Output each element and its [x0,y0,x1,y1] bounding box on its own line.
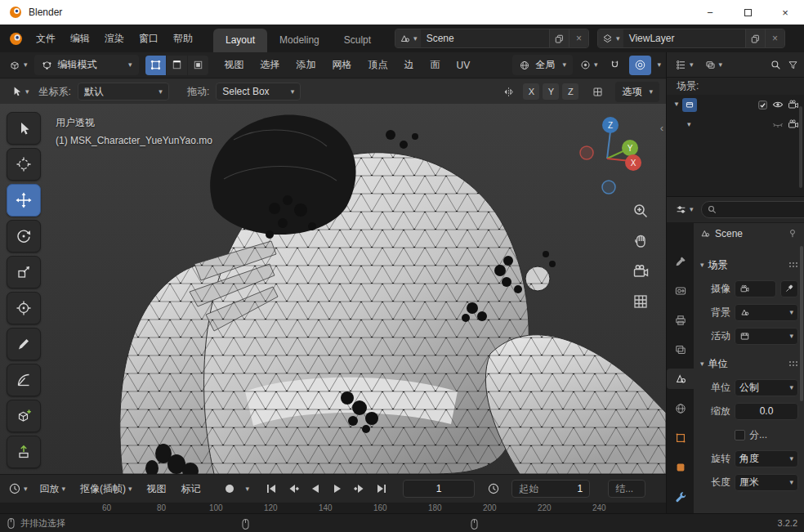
properties-search-input[interactable] [721,205,804,215]
options-dropdown[interactable]: 选项 ▾ [615,82,659,102]
tab-layout[interactable]: Layout [213,29,267,52]
playback-menu[interactable]: 回放 ▾ [34,478,72,500]
active-tool-dropdown[interactable]: ▾ [7,83,33,101]
frame-end-field[interactable]: 结... [608,480,645,498]
orientation-default-dropdown[interactable]: 默认 ▾ [78,83,169,101]
menu-edit[interactable]: 编辑 [63,28,97,50]
minimize-button[interactable]: − [691,0,729,25]
current-frame-field[interactable]: 1 [403,480,475,498]
gizmo-minus-z-axis[interactable] [602,181,615,194]
eye-visible-icon[interactable] [771,98,784,111]
previous-keyframe-button[interactable] [283,480,303,498]
rotate-tool-button[interactable] [7,220,41,253]
menu-add[interactable]: 添加 [290,54,323,76]
mirror-icon-button[interactable] [498,82,520,101]
proportional-editing-toggle[interactable] [629,56,651,75]
filter-funnel-icon[interactable] [787,59,799,71]
mirror-x-toggle[interactable]: X [523,83,539,100]
timeline-editor-type-button[interactable]: ▾ [5,480,31,498]
scene-new-copy-button[interactable] [549,29,569,47]
scene-section-header[interactable]: ▾ 场景 [698,256,798,274]
menu-file[interactable]: 文件 [29,28,63,50]
length-unit-dropdown[interactable]: 厘米 ▾ [735,474,798,491]
menu-uv[interactable]: UV [450,56,477,75]
pin-icon[interactable] [787,228,798,239]
editor-type-button[interactable]: ▾ [5,56,31,74]
camera-render-toggle-icon[interactable] [787,98,800,111]
viewlayer-properties-tab[interactable] [667,339,694,360]
gizmo-minus-x-axis[interactable] [580,146,593,159]
camera-view-icon[interactable] [632,262,650,280]
use-preview-range-toggle[interactable] [483,480,503,498]
annotate-tool-button[interactable] [7,328,41,360]
scene-browse-button[interactable]: ▾ [395,29,421,47]
properties-editor-type-button[interactable]: ▾ [672,201,697,218]
navigation-gizmo[interactable]: Z Y X [578,114,643,195]
eye-hidden-icon[interactable] [771,118,784,131]
menu-mesh[interactable]: 网格 [326,54,359,76]
orthographic-grid-icon[interactable] [632,293,650,311]
tool-properties-tab[interactable] [667,251,694,271]
measure-tool-button[interactable] [7,364,41,396]
keying-menu[interactable]: 抠像(插帧) ▾ [74,478,138,500]
timeline-marker-menu[interactable]: 标记 [176,478,207,500]
timeline-view-menu[interactable]: 视图 [141,478,172,500]
scene-name[interactable]: Scene [421,33,549,44]
auto-keying-record-button[interactable] [220,480,240,498]
camera-eyedropper-button[interactable] [780,280,798,297]
unit-scale-field[interactable]: 0.0 [735,403,798,420]
world-properties-tab[interactable] [667,398,694,418]
search-icon[interactable] [770,59,782,71]
menu-face[interactable]: 面 [424,54,447,76]
cursor-tool-button[interactable] [7,148,41,181]
scene-unlink-button[interactable]: × [569,29,588,47]
viewlayer-name[interactable]: ViewLayer [623,33,745,44]
outliner-display-mode-button[interactable]: ▾ [701,56,726,74]
render-properties-tab[interactable] [667,280,694,301]
menu-render[interactable]: 渲染 [97,28,132,50]
object-data-properties-tab[interactable] [667,457,694,477]
mode-dropdown[interactable]: 编辑模式 ▾ [34,55,139,75]
transform-tool-button[interactable] [7,292,41,324]
mirror-z-toggle[interactable]: Z [562,83,578,100]
menu-help[interactable]: 帮助 [166,28,200,50]
snap-toggle-button[interactable] [604,56,626,75]
next-keyframe-button[interactable] [349,480,369,498]
extrude-tool-button[interactable] [7,436,41,468]
3d-viewport[interactable]: 用户透视 (1) MSK_Character_YueYunYao.mo [0,104,666,474]
camera-render-toggle-icon[interactable] [787,118,800,131]
add-cube-tool-button[interactable] [7,400,41,432]
snap-settings-button[interactable] [587,82,609,101]
vertex-select-mode-button[interactable] [145,56,166,75]
close-button[interactable]: × [766,0,804,25]
drag-grip-icon[interactable] [788,360,798,367]
pivot-point-dropdown[interactable]: ▾ [576,56,601,74]
blender-app-menu-button[interactable] [3,32,29,46]
scale-tool-button[interactable] [7,256,41,288]
play-button[interactable] [327,480,347,498]
menu-edge[interactable]: 边 [398,54,421,76]
play-reverse-button[interactable] [305,480,325,498]
menu-select[interactable]: 选择 [254,54,287,76]
disclosure-triangle-icon[interactable]: ▼ [673,101,680,108]
unit-system-dropdown[interactable]: 公制 ▾ [735,379,798,396]
camera-value-field[interactable] [735,280,776,297]
modifier-properties-tab[interactable] [667,486,694,507]
properties-scrollbar[interactable] [800,246,803,401]
object-properties-tab[interactable] [667,427,694,448]
tab-sculpt[interactable]: Sculpt [332,29,383,52]
output-properties-tab[interactable] [667,310,694,330]
zoom-icon[interactable] [632,202,650,220]
jump-to-start-button[interactable] [261,480,281,498]
background-scene-field[interactable]: ▾ [735,304,798,321]
pan-hand-icon[interactable] [632,232,650,250]
viewlayer-new-copy-button[interactable] [745,29,765,47]
units-section-header[interactable]: ▾ 单位 [698,355,798,373]
sidebar-toggle-arrow[interactable]: ‹ [660,122,663,134]
checkbox-checked-icon[interactable] [757,99,769,111]
outliner-scene-row[interactable]: ▼ [667,95,804,114]
move-tool-button[interactable] [7,184,41,217]
timeline-ruler[interactable]: 60 80 100 120 140 160 180 200 220 240 [0,503,666,513]
outliner-child-row[interactable]: ▾ [667,114,804,134]
select-box-tool-button[interactable] [7,112,41,145]
